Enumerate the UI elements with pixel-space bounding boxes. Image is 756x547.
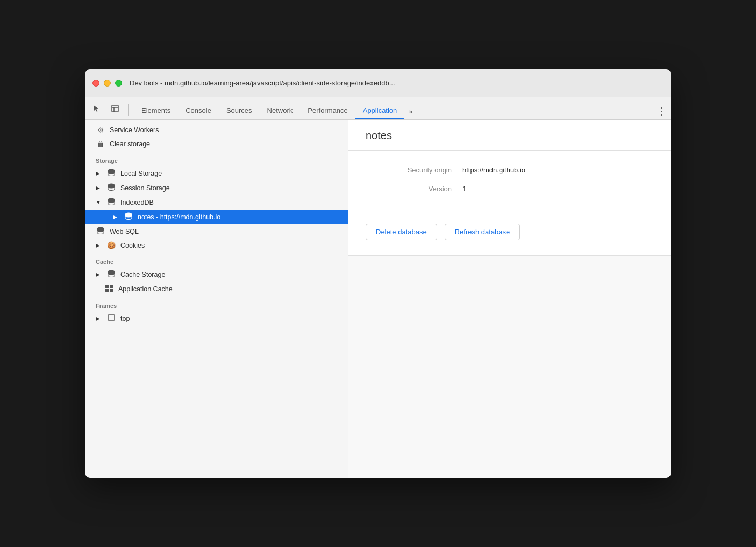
sidebar-item-cache-storage[interactable]: ▶ Cache Storage: [85, 267, 348, 282]
tab-application[interactable]: Application: [355, 103, 405, 119]
inspect-icon-button[interactable]: [108, 101, 123, 116]
session-storage-label: Session Storage: [120, 184, 170, 192]
sidebar-item-clear-storage[interactable]: 🗑 Clear storage: [85, 137, 348, 151]
more-tabs-button[interactable]: »: [404, 104, 417, 119]
app-cache-icon: [104, 284, 114, 293]
version-row: Version 1: [366, 185, 654, 193]
version-label: Version: [366, 185, 452, 193]
indexeddb-label: IndexedDB: [120, 199, 154, 206]
svg-rect-12: [110, 289, 113, 292]
cookies-icon: 🍪: [106, 241, 116, 249]
svg-rect-0: [112, 105, 118, 112]
trash-icon: 🗑: [96, 140, 105, 148]
panel-body: Security origin https://mdn.github.io Ve…: [348, 151, 671, 478]
security-origin-row: Security origin https://mdn.github.io: [366, 166, 654, 174]
tab-separator: [128, 104, 129, 116]
cursor-icon-button[interactable]: [89, 101, 104, 116]
expand-session-storage-icon: ▶: [96, 185, 102, 191]
cache-section-header: Cache: [85, 252, 348, 267]
sidebar: ⚙ Service Workers 🗑 Clear storage Storag…: [85, 120, 348, 478]
top-label: top: [120, 315, 130, 322]
sidebar-item-cookies[interactable]: ▶ 🍪 Cookies: [85, 239, 348, 252]
app-cache-label: Application Cache: [118, 285, 173, 293]
security-origin-label: Security origin: [366, 166, 452, 174]
local-storage-label: Local Storage: [120, 170, 162, 177]
cache-storage-label: Cache Storage: [120, 271, 165, 278]
tab-network[interactable]: Network: [260, 103, 301, 119]
tab-toolbar: [89, 101, 123, 119]
svg-rect-9: [105, 285, 109, 288]
expand-top-icon: ▶: [96, 315, 102, 321]
svg-rect-10: [110, 285, 113, 288]
panel-header: notes: [348, 120, 671, 151]
security-origin-value: https://mdn.github.io: [462, 166, 525, 174]
svg-rect-13: [108, 315, 115, 320]
cache-storage-icon: [106, 270, 116, 279]
session-storage-icon: [106, 183, 116, 192]
actions-section: Delete database Refresh database: [348, 208, 671, 256]
maximize-button[interactable]: [115, 80, 122, 87]
sidebar-item-web-sql[interactable]: Web SQL: [85, 224, 348, 239]
tab-sources[interactable]: Sources: [219, 103, 260, 119]
devtools-window: DevTools - mdn.github.io/learning-area/j…: [85, 69, 671, 478]
notes-db-icon: [124, 212, 133, 221]
service-workers-label: Service Workers: [110, 126, 159, 134]
frames-section-header: Frames: [85, 296, 348, 311]
close-button[interactable]: [92, 80, 99, 87]
info-section: Security origin https://mdn.github.io Ve…: [348, 151, 671, 208]
expand-indexeddb-icon: ▼: [96, 199, 102, 205]
local-storage-icon: [106, 169, 116, 178]
right-panel: notes Security origin https://mdn.github…: [348, 120, 671, 478]
devtools-menu-button[interactable]: ⋮: [657, 106, 667, 119]
web-sql-icon: [96, 227, 105, 236]
sidebar-item-notes-db[interactable]: ▶ notes - https://mdn.github.io: [85, 210, 348, 224]
expand-notes-icon: ▶: [113, 214, 119, 220]
sidebar-item-top[interactable]: ▶ top: [85, 311, 348, 326]
minimize-button[interactable]: [104, 80, 111, 87]
notes-db-label: notes - https://mdn.github.io: [138, 213, 220, 221]
expand-local-storage-icon: ▶: [96, 170, 102, 176]
title-bar: DevTools - mdn.github.io/learning-area/j…: [85, 69, 671, 97]
traffic-lights: [92, 80, 122, 87]
refresh-database-button[interactable]: Refresh database: [445, 224, 520, 240]
main-content: ⚙ Service Workers 🗑 Clear storage Storag…: [85, 120, 671, 478]
delete-database-button[interactable]: Delete database: [366, 224, 437, 240]
indexeddb-icon: [106, 198, 116, 207]
sidebar-item-app-cache[interactable]: Application Cache: [85, 282, 348, 296]
expand-cookies-icon: ▶: [96, 242, 102, 248]
sidebar-item-service-workers[interactable]: ⚙ Service Workers: [85, 123, 348, 137]
tab-performance[interactable]: Performance: [300, 103, 355, 119]
sidebar-item-session-storage[interactable]: ▶ Session Storage: [85, 181, 348, 195]
storage-section-header: Storage: [85, 151, 348, 166]
version-value: 1: [462, 185, 466, 193]
svg-rect-11: [105, 289, 109, 292]
tab-bar: Elements Console Sources Network Perform…: [85, 97, 671, 120]
tabs-container: Elements Console Sources Network Perform…: [134, 103, 655, 119]
expand-cache-storage-icon: ▶: [96, 271, 102, 277]
sidebar-item-indexeddb[interactable]: ▼ IndexedDB: [85, 195, 348, 210]
gear-icon: ⚙: [96, 126, 105, 134]
panel-title: notes: [366, 129, 654, 142]
tab-console[interactable]: Console: [178, 103, 219, 119]
sidebar-item-local-storage[interactable]: ▶ Local Storage: [85, 166, 348, 181]
clear-storage-label: Clear storage: [110, 140, 150, 148]
frame-icon: [106, 314, 116, 323]
tab-elements[interactable]: Elements: [134, 103, 178, 119]
web-sql-label: Web SQL: [110, 228, 139, 235]
cookies-label: Cookies: [120, 242, 145, 249]
window-title: DevTools - mdn.github.io/learning-area/j…: [130, 79, 395, 87]
